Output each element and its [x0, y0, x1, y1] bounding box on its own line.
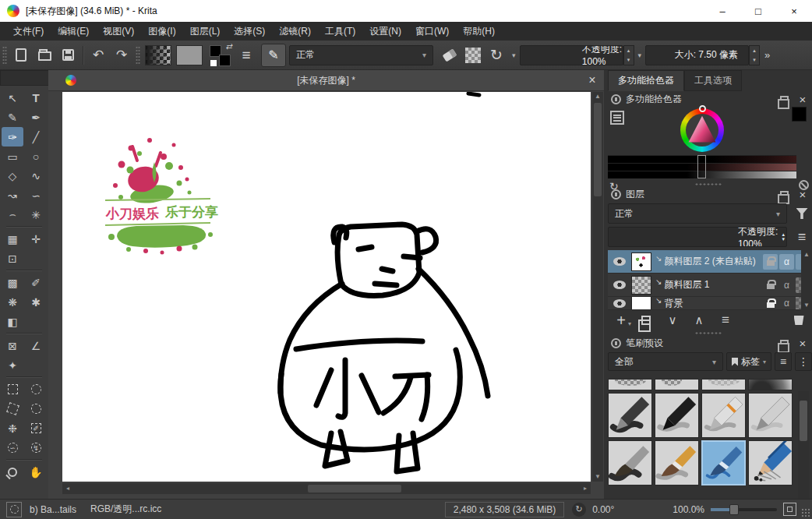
- layer-row-selected[interactable]: ↘ 颜料图层 2 (来自粘贴) α: [608, 250, 812, 274]
- layer-properties-button[interactable]: ≡: [715, 310, 736, 330]
- fit-canvas-button[interactable]: [783, 503, 796, 516]
- spin-down-icon[interactable]: ▾: [624, 55, 634, 65]
- color-wheel-handle[interactable]: [699, 105, 706, 112]
- brush-preset-orange-handle[interactable]: [655, 440, 699, 485]
- tool-enclose-fill[interactable]: ⊠: [2, 336, 23, 355]
- menu-view[interactable]: 视图(V): [96, 22, 141, 41]
- presets-display-settings-button[interactable]: ⋮: [795, 352, 812, 371]
- brush-size-spinner[interactable]: ▴▾: [749, 45, 760, 65]
- menu-settings[interactable]: 设置(N): [362, 22, 408, 41]
- scroll-right-arrow[interactable]: ▸: [580, 483, 591, 494]
- menu-select[interactable]: 选择(S): [227, 22, 272, 41]
- layer-blend-mode-dropdown[interactable]: 正常 ▾: [608, 203, 787, 224]
- canvas-horizontal-scrollbar[interactable]: ◂ ▸: [62, 483, 591, 494]
- brush-preset-pencil-blue[interactable]: [748, 440, 793, 485]
- tool-similar-select[interactable]: ✐: [25, 418, 47, 438]
- tool-transform[interactable]: ▦: [2, 229, 23, 249]
- layer-thumbnail[interactable]: [631, 276, 651, 295]
- layer-list-scrollbar[interactable]: ▲ ▼: [801, 250, 812, 310]
- lock-docker-icon[interactable]: [611, 189, 621, 199]
- toolbar-drag-handle[interactable]: [136, 46, 140, 65]
- tool-crop[interactable]: ⊡: [2, 249, 23, 268]
- tool-edit-shapes[interactable]: ✎: [2, 108, 23, 127]
- visibility-eye-icon[interactable]: [613, 299, 626, 308]
- duplicate-layer-button[interactable]: [636, 310, 656, 330]
- pattern-options-button[interactable]: ≡: [235, 44, 258, 67]
- scroll-up-arrow[interactable]: ▲: [592, 92, 603, 101]
- brush-preset-eraser[interactable]: [655, 379, 699, 390]
- document-subwindow-titlebar[interactable]: [未保存图像] * ×: [48, 70, 604, 91]
- visibility-eye-icon[interactable]: [613, 257, 626, 266]
- tab-advanced-color-selector[interactable]: 多功能拾色器: [608, 70, 684, 91]
- blending-mode-dropdown[interactable]: 正常 ▾: [289, 45, 433, 65]
- layer-thumbnail[interactable]: [631, 297, 651, 310]
- layer-row[interactable]: ↘ 颜料图层 1 α: [608, 274, 812, 297]
- toolbar-drag-handle[interactable]: [2, 46, 7, 65]
- layer-filter-button[interactable]: [792, 208, 812, 219]
- close-docker-icon[interactable]: ×: [796, 188, 809, 201]
- vertical-scroll-thumb[interactable]: [594, 103, 602, 196]
- move-layer-down-button[interactable]: ∨: [662, 310, 683, 330]
- tool-freehand-select[interactable]: [25, 399, 47, 418]
- chevron-down-icon[interactable]: ▾: [638, 51, 642, 59]
- save-button[interactable]: [56, 44, 79, 67]
- background-color-swatch[interactable]: [219, 55, 231, 66]
- current-color-swatch[interactable]: [792, 107, 807, 122]
- float-docker-icon[interactable]: [780, 340, 789, 347]
- image-dimensions-box[interactable]: 2,480 x 3,508 (34.6 MiB): [445, 502, 564, 517]
- tool-color-sampler[interactable]: ✐: [25, 273, 47, 292]
- spin-down-icon[interactable]: ▾: [750, 55, 759, 65]
- layer-thumbnail[interactable]: [631, 252, 651, 271]
- color-history-button[interactable]: [610, 111, 624, 125]
- reload-preset-button[interactable]: ↻: [485, 44, 508, 67]
- tool-pan[interactable]: ✋: [25, 462, 47, 482]
- redo-button[interactable]: ↷: [110, 44, 133, 67]
- close-docker-icon[interactable]: ×: [796, 337, 809, 350]
- zoom-percwhile-value[interactable]: 100.0%: [673, 504, 704, 515]
- scroll-left-arrow[interactable]: ◂: [62, 483, 73, 494]
- tool-gradient[interactable]: ▩: [2, 273, 23, 292]
- undo-button[interactable]: ↶: [86, 44, 110, 67]
- horizontal-scroll-thumb[interactable]: [308, 485, 401, 493]
- open-document-button[interactable]: [33, 44, 56, 67]
- minimize-button[interactable]: –: [704, 0, 740, 22]
- tool-magnetic-select[interactable]: ↯: [25, 438, 47, 457]
- tool-polygon[interactable]: ◇: [2, 166, 23, 185]
- brush-preset-ink-pen-dark[interactable]: [608, 393, 652, 438]
- brush-preset-eraser-small[interactable]: [608, 379, 652, 390]
- color-wheel[interactable]: [680, 108, 724, 152]
- color-component-bars[interactable]: [608, 155, 796, 178]
- tool-select-shapes[interactable]: ↖: [2, 88, 23, 108]
- eraser-mode-button[interactable]: [438, 44, 461, 67]
- swap-colors-icon[interactable]: ⇄: [226, 42, 232, 51]
- brush-preset-airbrush-soft[interactable]: [748, 379, 793, 390]
- menu-file[interactable]: 文件(F): [6, 22, 51, 41]
- foreground-background-colors[interactable]: ⇄: [208, 44, 231, 67]
- tool-freehand-brush[interactable]: ✑: [2, 127, 23, 147]
- brush-grid-scrollbar[interactable]: ▼: [798, 391, 809, 512]
- brush-preset-marker-black[interactable]: [655, 393, 699, 438]
- alpha-lock-icon[interactable]: α: [779, 277, 794, 293]
- tool-dynamic-brush[interactable]: ⌢: [2, 205, 23, 224]
- tool-rectangle[interactable]: ▭: [2, 147, 23, 166]
- delete-layer-button[interactable]: [789, 310, 809, 330]
- brush-size-slider[interactable]: 大小: 7.50 像素: [645, 45, 749, 65]
- new-document-button[interactable]: [9, 44, 33, 67]
- tool-rect-select[interactable]: [2, 380, 23, 399]
- layer-lock-icon[interactable]: [763, 297, 778, 310]
- scroll-down-arrow[interactable]: ▼: [801, 301, 812, 310]
- layer-row-background[interactable]: ↘ 背景 α: [608, 297, 812, 310]
- edit-brush-settings-button[interactable]: ✎: [261, 44, 286, 67]
- move-layer-up-button[interactable]: ∧: [689, 310, 709, 330]
- lock-docker-icon[interactable]: [611, 94, 621, 104]
- toolbar-overflow-button[interactable]: »: [764, 49, 770, 61]
- tool-bezier-curve[interactable]: ↝: [2, 185, 23, 205]
- tool-polygon-select[interactable]: [2, 399, 23, 418]
- tool-move[interactable]: ✛: [25, 229, 47, 249]
- zoom-slider[interactable]: [711, 508, 777, 511]
- layer-name[interactable]: 颜料图层 1: [664, 278, 763, 291]
- window-resize-grip[interactable]: [801, 508, 810, 517]
- tool-fill[interactable]: ◧: [2, 312, 23, 331]
- brush-tag-filter-dropdown[interactable]: 全部 ▾: [608, 352, 723, 371]
- maximize-button[interactable]: □: [740, 0, 776, 22]
